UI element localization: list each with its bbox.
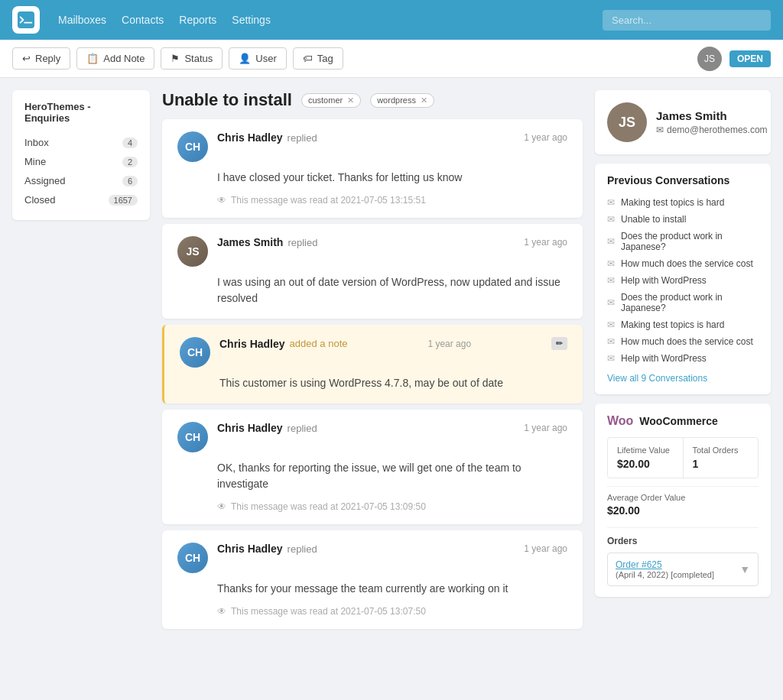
- list-item[interactable]: ✉ How much does the service cost: [607, 255, 759, 272]
- tag-wordpress[interactable]: wordpress ✕: [370, 93, 434, 108]
- message-action: replied: [288, 132, 317, 144]
- message-action: replied: [288, 423, 317, 434]
- total-orders: 1: [693, 458, 749, 470]
- nav-contacts[interactable]: Contacts: [122, 14, 164, 26]
- woocommerce-card: Woo WooCommerce Lifetime Value $20.00 To…: [595, 403, 771, 597]
- mail-icon: ✉: [607, 336, 615, 347]
- message-header: CH Chris Hadley replied 1 year ago: [177, 543, 567, 573]
- woocommerce-title: WooCommerce: [639, 415, 717, 427]
- message-card: CH Chris Hadley replied 1 year ago OK, t…: [162, 410, 583, 524]
- nav-mailboxes[interactable]: Mailboxes: [58, 14, 106, 26]
- contact-card: JS James Smith ✉ demo@herothemes.com: [595, 90, 771, 154]
- message-action: replied: [288, 237, 317, 248]
- message-meta: Chris Hadley replied 1 year ago: [217, 422, 567, 434]
- message-card: CH Chris Hadley replied 1 year ago I hav…: [162, 119, 583, 218]
- lifetime-value-label: Lifetime Value: [617, 446, 674, 455]
- message-author: James Smith: [217, 236, 283, 248]
- mail-icon: ✉: [607, 297, 615, 308]
- message-body: Thanks for your message the team current…: [217, 581, 567, 597]
- list-item[interactable]: ✉ Help with WordPress: [607, 350, 759, 367]
- previous-conversations-card: Previous Conversations ✉ Making test top…: [595, 164, 771, 394]
- list-item[interactable]: ✉ How much does the service cost: [607, 333, 759, 350]
- contact-name: James Smith: [656, 109, 768, 122]
- eye-icon: 👁: [217, 606, 226, 617]
- list-item[interactable]: ✉ Unable to install: [607, 211, 759, 228]
- add-note-button[interactable]: 📋 Add Note: [76, 47, 154, 70]
- orders-label: Orders: [607, 536, 759, 546]
- mail-icon: ✉: [607, 258, 615, 269]
- conversation-header: Unable to install customer ✕ wordpress ✕: [162, 90, 583, 110]
- sidebar: HeroThemes - Enquiries Inbox 4 Mine 2 As…: [12, 90, 150, 688]
- message-body: This customer is using WordPress 4.7.8, …: [219, 375, 567, 391]
- conversation-title: Unable to install: [162, 90, 292, 110]
- user-icon: 👤: [239, 53, 251, 64]
- message-author: Chris Hadley: [217, 543, 283, 555]
- sidebar-item-inbox[interactable]: Inbox 4: [24, 133, 138, 152]
- message-card: CH Chris Hadley replied 1 year ago Thank…: [162, 530, 583, 629]
- nav-reports[interactable]: Reports: [179, 14, 216, 26]
- nav-settings[interactable]: Settings: [232, 14, 271, 26]
- total-orders-stat: Total Orders 1: [684, 438, 759, 478]
- sidebar-title: HeroThemes - Enquiries: [24, 101, 138, 124]
- message-meta: Chris Hadley replied 1 year ago: [217, 131, 567, 144]
- mail-icon: ✉: [607, 353, 615, 364]
- note-edit-button[interactable]: ✏: [551, 337, 567, 350]
- message-author: Chris Hadley: [217, 131, 283, 144]
- message-time: 1 year ago: [524, 132, 567, 143]
- open-status-badge: OPEN: [729, 50, 771, 67]
- avatar: CH: [177, 422, 208, 452]
- remove-wordpress-tag[interactable]: ✕: [421, 96, 427, 105]
- right-panel: JS James Smith ✉ demo@herothemes.com Pre…: [595, 90, 771, 688]
- message-body: OK, thanks for reporting the issue, we w…: [217, 460, 567, 492]
- avatar: JS: [177, 236, 208, 267]
- message-time: 1 year ago: [524, 237, 567, 248]
- message-header: JS James Smith replied 1 year ago: [177, 236, 567, 267]
- message-time: 1 year ago: [427, 339, 471, 349]
- sidebar-box: HeroThemes - Enquiries Inbox 4 Mine 2 As…: [12, 90, 150, 220]
- message-time: 1 year ago: [524, 423, 567, 433]
- tag-customer[interactable]: customer ✕: [301, 93, 361, 108]
- order-link[interactable]: Order #625: [616, 559, 714, 570]
- view-all-conversations[interactable]: View all 9 Conversations: [607, 373, 759, 384]
- sidebar-item-mine[interactable]: Mine 2: [24, 152, 138, 171]
- message-action: replied: [288, 543, 317, 555]
- tag-button[interactable]: 🏷 Tag: [293, 47, 343, 70]
- lifetime-value: $20.00: [617, 458, 674, 470]
- message-action: added a note: [290, 338, 348, 349]
- user-avatar: JS: [697, 47, 722, 71]
- sidebar-item-assigned[interactable]: Assigned 6: [24, 171, 138, 190]
- avatar: CH: [177, 543, 208, 573]
- message-meta: James Smith replied 1 year ago: [217, 236, 567, 248]
- status-button[interactable]: ⚑ Status: [161, 47, 223, 70]
- average-order-section: Average Order Value $20.00: [607, 486, 759, 523]
- list-item[interactable]: ✉ Making test topics is hard: [607, 316, 759, 333]
- message-author: Chris Hadley: [217, 422, 283, 434]
- order-item: Order #625 (April 4, 2022) [completed] ▼: [607, 553, 759, 586]
- search-input[interactable]: [603, 10, 771, 31]
- message-card: JS James Smith replied 1 year ago I was …: [162, 224, 583, 319]
- list-item[interactable]: ✉ Help with WordPress: [607, 272, 759, 289]
- list-item[interactable]: ✉ Making test topics is hard: [607, 194, 759, 211]
- note-actions: ✏: [551, 337, 567, 350]
- contact-email: ✉ demo@herothemes.com: [656, 125, 768, 135]
- avg-order-label: Average Order Value: [607, 493, 759, 502]
- message-header: CH Chris Hadley replied 1 year ago: [177, 131, 567, 162]
- remove-customer-tag[interactable]: ✕: [347, 96, 354, 105]
- user-button[interactable]: 👤 User: [229, 47, 286, 70]
- message-read-receipt: 👁 This message was read at 2021-07-05 13…: [217, 606, 567, 617]
- order-date: (April 4, 2022) [completed]: [616, 570, 714, 579]
- list-item[interactable]: ✉ Does the product work in Japanese?: [607, 228, 759, 255]
- total-orders-label: Total Orders: [693, 446, 749, 455]
- reply-button[interactable]: ↩ Reply: [12, 47, 70, 70]
- note-card: CH Chris Hadley added a note 1 year ago …: [162, 325, 583, 403]
- mail-icon: ✉: [607, 197, 615, 208]
- woocommerce-header: Woo WooCommerce: [607, 414, 759, 428]
- message-meta: Chris Hadley replied 1 year ago: [217, 543, 567, 555]
- list-item[interactable]: ✉ Does the product work in Japanese?: [607, 289, 759, 316]
- toolbar: ↩ Reply 📋 Add Note ⚑ Status 👤 User 🏷 Tag…: [0, 40, 783, 78]
- mail-icon: ✉: [607, 275, 615, 286]
- sidebar-item-closed[interactable]: Closed 1657: [24, 190, 138, 209]
- svg-rect-0: [18, 11, 34, 28]
- avatar: CH: [177, 131, 208, 162]
- eye-icon: 👁: [217, 195, 226, 206]
